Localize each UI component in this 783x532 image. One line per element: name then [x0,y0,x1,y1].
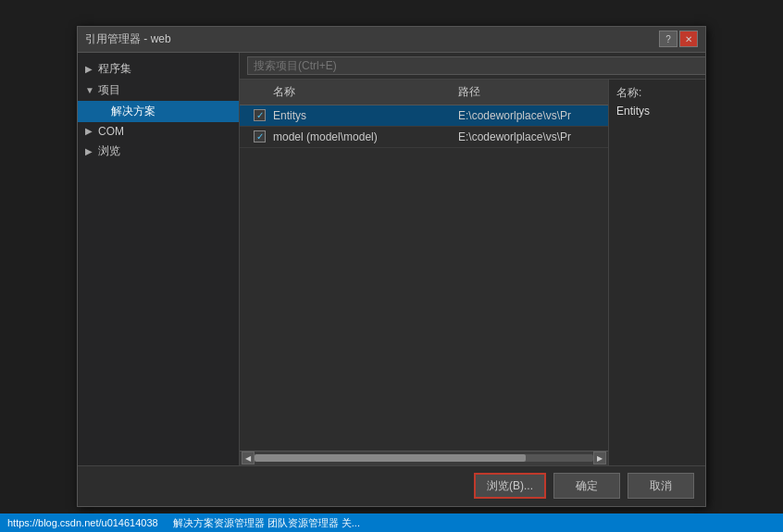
search-input[interactable] [247,56,705,75]
arrow-icon: ▼ [85,85,98,95]
sidebar-item-browse-label: 浏览 [98,143,120,159]
checkbox-cell[interactable] [240,129,266,144]
sidebar-item-assemblies[interactable]: ▶ 程序集 [78,58,239,80]
name-alias-panel: 名称: Entitys [608,80,705,465]
checkbox-cell[interactable] [240,107,266,123]
help-button[interactable]: ? [659,31,677,47]
scrollbar-thumb [255,454,526,462]
col-header-name: 名称 [266,82,451,102]
dialog-footer: 浏览(B)... 确定 取消 [78,465,705,506]
dialog-body: ▶ 程序集 ▼ 项目 解决方案 ▶ COM ▶ 浏览 [78,53,705,465]
cell-path-model: E:\codeworlplace\vs\Pr [451,129,608,145]
search-bar: 🔍 [240,53,705,80]
arrow-icon: ▶ [85,146,98,156]
content-area: 名称 路径 Entitys E:\codeworlplace\vs\Pr [240,80,705,465]
horizontal-scrollbar[interactable] [255,454,593,462]
col-header-path: 路径 [451,82,608,102]
cell-path-entitys: E:\codeworlplace\vs\Pr [451,107,608,124]
sidebar-item-assemblies-label: 程序集 [98,61,131,77]
arrow-icon: ▶ [85,126,98,136]
sidebar-item-browse[interactable]: ▶ 浏览 [78,141,239,162]
reference-manager-dialog: 引用管理器 - web ? ✕ ▶ 程序集 ▼ 项目 解决方案 ▶ COM [77,26,706,507]
sidebar-item-projects[interactable]: ▼ 项目 [78,80,239,101]
scroll-left-btn[interactable]: ◀ [242,452,255,464]
title-bar-controls: ? ✕ [659,31,698,47]
title-bar: 引用管理器 - web ? ✕ [78,27,705,53]
right-panel: 🔍 名称 路径 [240,53,705,465]
table-header: 名称 路径 [240,80,608,105]
close-button[interactable]: ✕ [679,31,698,47]
name-alias-title: 名称: [616,85,705,101]
status-extra: 解决方案资源管理器 团队资源管理器 关... [173,516,360,530]
checkbox-model[interactable] [254,130,266,142]
status-url: https://blog.csdn.net/u014614038 [7,517,158,528]
name-alias-value: Entitys [616,105,705,118]
dialog-title: 引用管理器 - web [85,31,171,47]
sidebar-item-solution[interactable]: 解决方案 [78,101,239,122]
checkbox-entitys[interactable] [254,109,266,121]
left-panel: ▶ 程序集 ▼ 项目 解决方案 ▶ COM ▶ 浏览 [78,53,240,465]
arrow-icon: ▶ [85,64,98,74]
sidebar-item-com-label: COM [98,125,124,138]
table-row[interactable]: model (model\model) E:\codeworlplace\vs\… [240,127,608,148]
sidebar-item-projects-label: 项目 [98,82,120,98]
table-body: Entitys E:\codeworlplace\vs\Pr model (mo… [240,105,608,451]
sidebar-item-solution-label: 解决方案 [111,104,155,119]
sidebar-item-com[interactable]: ▶ COM [78,122,239,141]
scroll-right-btn[interactable]: ▶ [593,452,606,464]
table-row[interactable]: Entitys E:\codeworlplace\vs\Pr [240,105,608,127]
ok-button[interactable]: 确定 [553,473,620,499]
cancel-button[interactable]: 取消 [628,473,694,499]
cell-name-entitys: Entitys [266,107,451,124]
col-header-check [240,82,266,102]
cell-name-model: model (model\model) [266,129,451,145]
status-bar: https://blog.csdn.net/u014614038 解决方案资源管… [0,513,783,532]
horizontal-scrollbar-area: ◀ ▶ [240,451,608,465]
browse-button[interactable]: 浏览(B)... [474,473,546,499]
